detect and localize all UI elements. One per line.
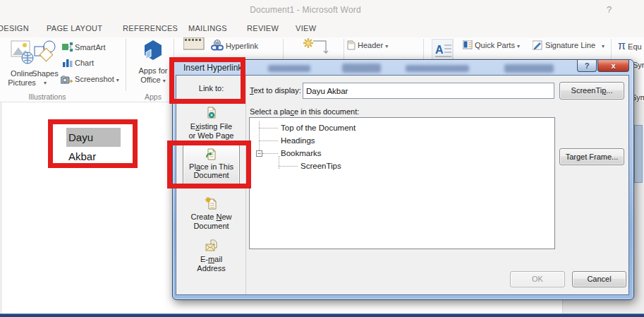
chevron-down-icon: ▾ bbox=[30, 78, 61, 88]
screenshot-label: Screenshot bbox=[75, 75, 114, 83]
window-bottom-edge bbox=[0, 313, 644, 317]
apps-for-office-label: Apps for bbox=[135, 66, 171, 76]
tree-item-screentips[interactable]: ScreenTips bbox=[250, 160, 554, 172]
tab-view[interactable]: VIEW bbox=[296, 24, 316, 32]
tab-review[interactable]: REVIEW bbox=[247, 24, 279, 32]
existing-file-icon bbox=[205, 107, 218, 119]
smartart-button[interactable]: SmartArt bbox=[62, 42, 105, 52]
tree-connector bbox=[279, 166, 298, 167]
header-icon bbox=[347, 40, 356, 50]
target-frame-button[interactable]: Target Frame... bbox=[559, 148, 624, 165]
document-places-tree: Top of the Document Headings − Bookmarks… bbox=[249, 117, 555, 249]
tree-item-headings[interactable]: Headings bbox=[250, 134, 554, 147]
sidebar-item-existing-file[interactable]: Existing File or Web Page bbox=[179, 107, 243, 140]
tree-item-bookmarks[interactable]: − Bookmarks bbox=[250, 147, 554, 160]
tab-page-layout[interactable]: PAGE LAYOUT bbox=[47, 24, 102, 32]
symbol-partial-text: Sym bbox=[633, 61, 644, 69]
select-place-label: Select a place in this document: bbox=[250, 107, 359, 116]
chart-icon bbox=[63, 58, 73, 67]
tree-connector bbox=[259, 128, 278, 128]
header-label: Header bbox=[358, 41, 383, 49]
sidebar-item-email-address[interactable]: E-mail Address bbox=[179, 239, 243, 273]
glass-smudge bbox=[268, 65, 310, 72]
cancel-button[interactable]: Cancel bbox=[572, 271, 626, 287]
chevron-down-icon: ▾ bbox=[602, 43, 604, 49]
svg-text:A: A bbox=[435, 44, 444, 56]
equation-pi-icon: π bbox=[618, 40, 626, 52]
chevron-down-icon: ▾ bbox=[163, 78, 166, 84]
quick-parts-icon bbox=[463, 40, 473, 49]
screenshot-button[interactable]: Screenshot ▾ bbox=[61, 74, 119, 84]
hyperlink-label: Hyperlink bbox=[226, 42, 258, 50]
signature-line-icon bbox=[533, 40, 543, 50]
glass-smudge bbox=[504, 64, 554, 73]
word-window: Document1 - Microsoft Word ? DESIGN PAGE… bbox=[0, 0, 644, 317]
help-icon[interactable]: ? bbox=[607, 4, 612, 15]
signature-line-button[interactable]: Signature Line ▾ bbox=[533, 40, 604, 50]
ok-button[interactable]: OK bbox=[510, 271, 565, 287]
shapes-icon bbox=[32, 40, 58, 65]
quick-parts-label: Quick Parts bbox=[475, 41, 515, 49]
dialog-close-button[interactable]: x bbox=[597, 60, 629, 72]
apps-for-office-button[interactable]: Apps for Office ▾ bbox=[135, 40, 171, 85]
online-video-button[interactable] bbox=[183, 37, 205, 53]
text-box-icon: A bbox=[432, 39, 454, 61]
sparkle-effect-button[interactable] bbox=[300, 37, 332, 60]
apps-for-office-icon bbox=[142, 40, 164, 62]
annotation-rect-place-in-document bbox=[167, 140, 251, 189]
chart-button[interactable]: Chart bbox=[63, 58, 94, 67]
screentip-button[interactable]: ScreenTip... bbox=[559, 82, 624, 100]
group-divider bbox=[126, 39, 126, 91]
shapes-label: Shapes bbox=[30, 69, 61, 78]
shapes-button[interactable]: Shapes ▾ bbox=[30, 40, 61, 88]
dialog-help-button[interactable]: ? bbox=[577, 60, 597, 72]
quick-parts-button[interactable]: Quick Parts ▾ bbox=[463, 40, 520, 49]
tree-connector bbox=[262, 153, 278, 154]
text-to-display-label: Text to display: bbox=[250, 86, 301, 95]
annotation-rect-selected-text bbox=[48, 119, 138, 168]
equation-button[interactable]: π Equ bbox=[618, 40, 642, 52]
header-button[interactable]: Header ▾ bbox=[347, 40, 388, 50]
equation-label: Equ bbox=[628, 42, 642, 51]
create-new-document-icon bbox=[205, 197, 218, 210]
text-to-display-input[interactable] bbox=[303, 83, 554, 99]
chevron-down-icon: ▾ bbox=[517, 43, 520, 49]
hyperlink-button[interactable]: Hyperlink bbox=[211, 40, 258, 51]
sparkle-icon bbox=[300, 37, 332, 57]
vertical-scrollbar[interactable] bbox=[634, 125, 643, 183]
email-address-icon bbox=[205, 239, 218, 252]
tree-connector bbox=[259, 140, 278, 141]
smartart-icon bbox=[62, 42, 73, 52]
tab-design[interactable]: DESIGN bbox=[0, 24, 29, 32]
glass-smudge bbox=[342, 64, 381, 73]
screenshot-icon bbox=[61, 74, 73, 84]
tree-expander-bookmarks[interactable]: − bbox=[256, 150, 262, 157]
hyperlink-icon bbox=[211, 40, 224, 51]
sidebar-item-create-new-document[interactable]: Create New Document bbox=[179, 197, 243, 231]
illustrations-group-label: Illustrations bbox=[7, 92, 87, 101]
tree-item-top-of-document[interactable]: Top of the Document bbox=[250, 121, 554, 134]
chevron-down-icon: ▾ bbox=[385, 43, 388, 49]
chevron-down-icon: ▾ bbox=[116, 77, 119, 83]
tab-mailings[interactable]: MAILINGS bbox=[188, 24, 227, 32]
ribbon-tabs: DESIGN PAGE LAYOUT REFERENCES MAILINGS R… bbox=[0, 20, 644, 37]
tab-references[interactable]: REFERENCES bbox=[123, 24, 178, 32]
chart-label: Chart bbox=[75, 59, 94, 67]
online-video-icon bbox=[183, 37, 205, 50]
smartart-label: SmartArt bbox=[75, 43, 105, 52]
signature-line-label: Signature Line bbox=[545, 41, 595, 49]
window-title: Document1 - Microsoft Word bbox=[200, 5, 411, 15]
window-titlebar: Document1 - Microsoft Word ? bbox=[0, 0, 644, 20]
glass-smudge bbox=[406, 65, 469, 72]
annotation-rect-insert-hyperlink bbox=[169, 57, 245, 104]
apps-group-label: Apps bbox=[135, 92, 171, 101]
